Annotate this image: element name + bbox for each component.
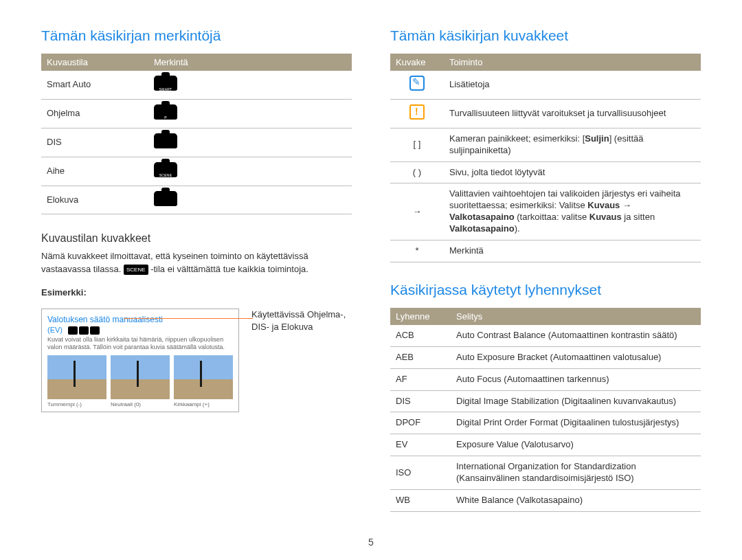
table-row: Smart AutoSMART [41, 71, 352, 99]
abbr-cell: AEB [390, 346, 451, 368]
table-row: ACBAuto Contrast Balance (Automaattinen … [390, 325, 701, 346]
example-thumb: Neutraali (0) [111, 355, 170, 407]
mode-name: Smart Auto [41, 71, 148, 99]
example-subtitle: (EV) [47, 326, 63, 334]
table-row: AiheSCENE [41, 157, 352, 186]
icons-table: Kuvake Toiminto LisätietojaTurvallisuute… [390, 54, 701, 262]
mode-icon-cell [148, 186, 352, 214]
th-icon: Kuvake [390, 54, 444, 71]
th-mark: Merkintä [148, 54, 352, 71]
def-cell: White Balance (Valkotasapaino) [451, 490, 701, 512]
para-post: -tila ei välttämättä tue kaikkia toimint… [150, 264, 308, 274]
thumb-image [47, 355, 106, 399]
table-row: DISDigital Image Stabilization (Digitaal… [390, 390, 701, 412]
icon-cell: [ ] [390, 128, 444, 161]
camera-mode-icon [154, 191, 177, 206]
abbr-cell: WB [390, 490, 451, 512]
mode-name: Ohjelma [41, 99, 148, 128]
def-cell: Digital Image Stabilization (Digitaaline… [451, 390, 701, 412]
abbr-cell: ACB [390, 325, 451, 346]
icon-function: Merkintä [444, 240, 701, 262]
camera-mode-icon: SCENE [154, 162, 177, 177]
table-row: ISOInternational Organization for Standa… [390, 456, 701, 490]
def-cell: International Organization for Standardi… [451, 456, 701, 490]
table-row: ( )Sivu, jolta tiedot löytyvät [390, 161, 701, 183]
th-mode: Kuvaustila [41, 54, 148, 71]
table-row: →Valittavien vaihtoehtojen tai valikoide… [390, 183, 701, 240]
icon-function: Lisätietoja [444, 71, 701, 99]
heading-abbreviations: Käsikirjassa käytetyt lyhennykset [390, 282, 701, 298]
abbr-cell: AF [390, 368, 451, 390]
def-cell: Auto Focus (Automaattinen tarkennus) [451, 368, 701, 390]
table-row: Elokuva [41, 186, 352, 214]
thumb-label: Neutraali (0) [111, 401, 170, 407]
callout-connector-line [124, 318, 253, 319]
mode-name: Elokuva [41, 186, 148, 214]
icon-cell [390, 99, 444, 128]
icon-cell [390, 71, 444, 99]
abbr-cell: EV [390, 434, 451, 456]
mode-table: Kuvaustila Merkintä Smart AutoSMARTOhjel… [41, 54, 352, 214]
table-row: *Merkintä [390, 240, 701, 262]
def-cell: Digital Print Order Format (Digitaalinen… [451, 412, 701, 434]
example-mode-icons [68, 326, 100, 335]
example-callout: Käytettävissä Ohjelma-, DIS- ja Elokuva [251, 303, 352, 333]
table-row: [ ]Kameran painikkeet; esimerkiksi: [Sul… [390, 128, 701, 161]
table-row: Turvallisuuteen liittyvät varoitukset ja… [390, 99, 701, 128]
left-column: Tämän käsikirjan merkintöjä Kuvaustila M… [41, 27, 352, 512]
camera-mode-icon: P [154, 104, 177, 120]
page-number: 5 [0, 537, 742, 548]
icon-cell: ( ) [390, 161, 444, 183]
table-row: WBWhite Balance (Valkotasapaino) [390, 490, 701, 512]
sub-heading-mode-icons: Kuvaustilan kuvakkeet [41, 232, 352, 245]
mini-icon-dis [79, 326, 89, 335]
table-row: AFAuto Focus (Automaattinen tarkennus) [390, 368, 701, 390]
example-thumb: Kirkkaampi (+) [174, 355, 233, 407]
def-cell: Auto Exposure Bracket (Automaattinen val… [451, 346, 701, 368]
abbr-cell: DIS [390, 390, 451, 412]
thumb-image [111, 355, 170, 399]
table-row: DIS [41, 128, 352, 157]
abbr-cell: DPOF [390, 412, 451, 434]
camera-mode-icon [154, 133, 177, 148]
icon-function: Kameran painikkeet; esimerkiksi: [Suljin… [444, 128, 701, 161]
warning-icon [409, 104, 425, 120]
mini-icon-program [68, 326, 78, 335]
mode-icons-paragraph: Nämä kuvakkeet ilmoittavat, että kyseine… [41, 250, 352, 275]
icon-cell: → [390, 183, 444, 240]
example-title: Valotuksen säätö manuaalisesti [47, 315, 233, 324]
table-row: Lisätietoja [390, 71, 701, 99]
mode-icon-cell [148, 128, 352, 157]
icon-function: Valittavien vaihtoehtojen tai valikoiden… [444, 183, 701, 240]
abbr-table: Lyhenne Selitys ACBAuto Contrast Balance… [390, 308, 701, 512]
def-cell: Auto Contrast Balance (Automaattinen kon… [451, 325, 701, 346]
example-desc: Kuvat voivat olla liian kirkkaita tai hä… [47, 336, 233, 351]
th-abbr: Lyhenne [390, 308, 451, 325]
example-thumb: Tummempi (-) [47, 355, 106, 407]
icon-cell: * [390, 240, 444, 262]
example-label: Esimerkki: [41, 287, 352, 299]
table-row: AEBAuto Exposure Bracket (Automaattinen … [390, 346, 701, 368]
camera-mode-icon: SMART [154, 76, 177, 91]
table-row: DPOFDigital Print Order Format (Digitaal… [390, 412, 701, 434]
scene-chip-icon: SCENE [124, 265, 148, 275]
abbr-cell: ISO [390, 456, 451, 490]
icon-function: Sivu, jolta tiedot löytyvät [444, 161, 701, 183]
info-icon [409, 76, 425, 91]
mode-name: Aihe [41, 157, 148, 186]
right-column: Tämän käsikirjan kuvakkeet Kuvake Toimin… [390, 27, 701, 512]
thumb-label: Kirkkaampi (+) [174, 401, 233, 407]
heading-notations: Tämän käsikirjan merkintöjä [41, 27, 352, 44]
example-box: Valotuksen säätö manuaalisesti (EV) Kuva… [41, 309, 239, 412]
thumb-label: Tummempi (-) [47, 401, 106, 407]
th-function: Toiminto [444, 54, 701, 71]
heading-icons: Tämän käsikirjan kuvakkeet [390, 27, 701, 44]
mode-icon-cell: SCENE [148, 157, 352, 186]
thumb-image [174, 355, 233, 399]
mode-icon-cell: P [148, 99, 352, 128]
mode-icon-cell: SMART [148, 71, 352, 99]
mini-icon-movie [90, 326, 100, 335]
table-row: EVExposure Value (Valotusarvo) [390, 434, 701, 456]
table-row: OhjelmaP [41, 99, 352, 128]
mode-name: DIS [41, 128, 148, 157]
